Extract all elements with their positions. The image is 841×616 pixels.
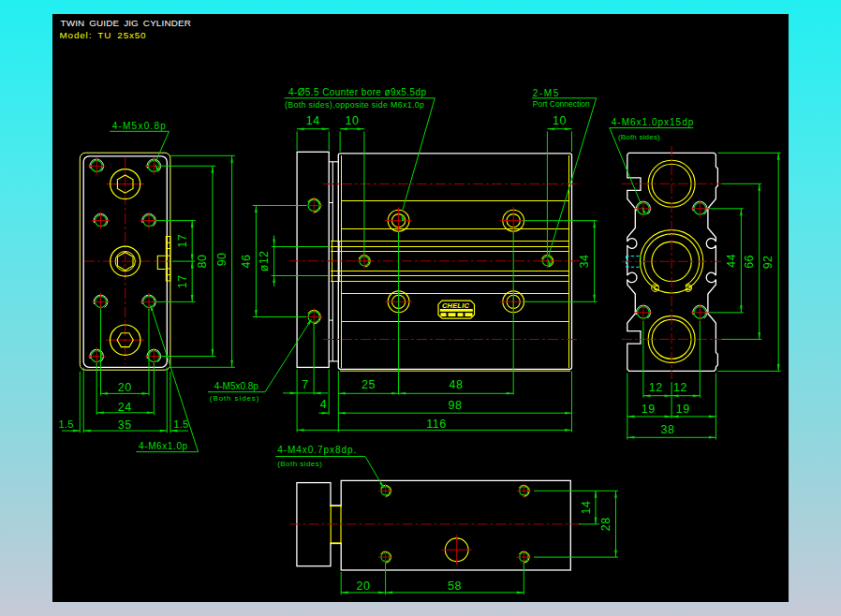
svg-text:4-Ø5.5 Counter bore ø9x5.5dp: 4-Ø5.5 Counter bore ø9x5.5dp <box>288 87 426 97</box>
svg-text:14: 14 <box>306 114 320 127</box>
svg-text:19: 19 <box>676 403 690 416</box>
svg-text:12: 12 <box>649 381 663 394</box>
svg-text:34: 34 <box>578 255 591 269</box>
svg-text:Model: TU 25x50: Model: TU 25x50 <box>60 30 147 40</box>
svg-text:80: 80 <box>197 255 210 269</box>
svg-text:48: 48 <box>449 378 463 391</box>
svg-text:66: 66 <box>743 255 756 269</box>
svg-text:98: 98 <box>449 399 463 412</box>
svg-text:46: 46 <box>240 255 253 269</box>
svg-text:10: 10 <box>346 114 360 127</box>
svg-text:17: 17 <box>176 234 189 248</box>
svg-text:4-M5x0.8p: 4-M5x0.8p <box>214 381 259 391</box>
svg-text:92: 92 <box>761 255 775 269</box>
svg-text:4-M4x0.7px8dp.: 4-M4x0.7px8dp. <box>277 445 357 455</box>
svg-text:10: 10 <box>553 114 567 127</box>
svg-text:4-M6x1.0px15dp: 4-M6x1.0px15dp <box>612 117 695 127</box>
svg-text:ø12: ø12 <box>258 251 271 271</box>
svg-text:CHELIC: CHELIC <box>442 301 470 310</box>
svg-text:(Both sides),opposite side M6x: (Both sides),opposite side M6x1.0p <box>285 100 424 110</box>
svg-text:4: 4 <box>320 398 327 411</box>
svg-text:Port Connection: Port Connection <box>533 99 590 109</box>
svg-text:(Both sides): (Both sides) <box>210 394 259 403</box>
svg-text:1.5: 1.5 <box>173 418 188 430</box>
svg-text:(Both sides): (Both sides) <box>618 133 660 141</box>
svg-text:35: 35 <box>118 418 132 432</box>
svg-text:38: 38 <box>661 423 675 436</box>
svg-text:19: 19 <box>642 403 656 416</box>
svg-text:58: 58 <box>448 579 462 593</box>
svg-text:7: 7 <box>302 378 308 391</box>
svg-text:90: 90 <box>215 252 229 266</box>
svg-text:25: 25 <box>361 378 376 391</box>
svg-text:14: 14 <box>580 501 593 515</box>
svg-text:(Both sides): (Both sides) <box>277 460 322 468</box>
svg-text:4-M5x0.8p: 4-M5x0.8p <box>112 121 168 131</box>
svg-text:4-M6x1.0p: 4-M6x1.0p <box>139 441 188 451</box>
svg-text:TWIN GUIDE JIG CYLINDER: TWIN GUIDE JIG CYLINDER <box>61 18 191 28</box>
svg-text:24: 24 <box>118 401 132 414</box>
svg-text:17: 17 <box>176 274 189 288</box>
svg-text:20: 20 <box>357 579 371 593</box>
svg-text:20: 20 <box>118 381 132 394</box>
svg-text:12: 12 <box>673 381 687 394</box>
svg-text:44: 44 <box>725 254 738 268</box>
svg-text:28: 28 <box>599 517 612 531</box>
svg-text:116: 116 <box>426 418 446 431</box>
svg-text:2-M5: 2-M5 <box>533 88 560 98</box>
svg-text:1.5: 1.5 <box>58 418 73 430</box>
